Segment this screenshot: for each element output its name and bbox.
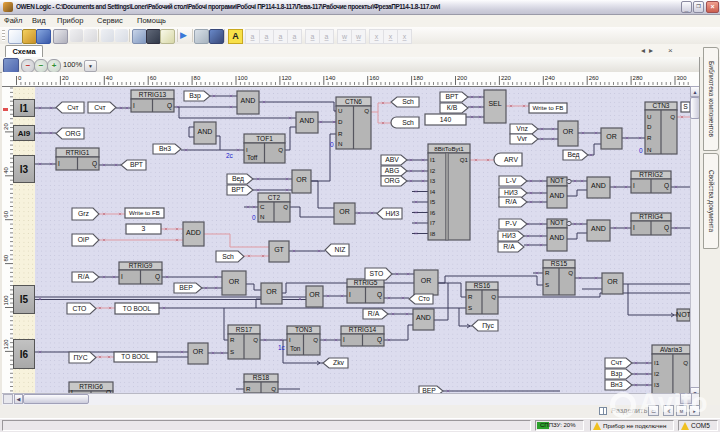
- svg-text:160: 160: [369, 75, 380, 81]
- svg-text:80: 80: [194, 75, 201, 81]
- svg-text:120: 120: [281, 75, 292, 81]
- svg-text:100: 100: [238, 75, 249, 81]
- svg-text:120: 120: [3, 339, 9, 350]
- svg-text:0: 0: [18, 75, 22, 81]
- svg-text:200: 200: [457, 75, 468, 81]
- svg-text:300: 300: [677, 75, 688, 81]
- svg-text:260: 260: [589, 75, 600, 81]
- svg-text:60: 60: [3, 210, 9, 217]
- svg-text:20: 20: [3, 123, 9, 130]
- svg-text:100: 100: [3, 295, 9, 306]
- svg-text:20: 20: [62, 75, 69, 81]
- svg-text:40: 40: [3, 166, 9, 173]
- svg-text:40: 40: [106, 75, 113, 81]
- svg-text:220: 220: [501, 75, 512, 81]
- svg-text:140: 140: [325, 75, 336, 81]
- svg-text:80: 80: [3, 254, 9, 261]
- svg-text:60: 60: [150, 75, 157, 81]
- svg-text:180: 180: [413, 75, 424, 81]
- svg-text:240: 240: [545, 75, 556, 81]
- svg-text:280: 280: [633, 75, 644, 81]
